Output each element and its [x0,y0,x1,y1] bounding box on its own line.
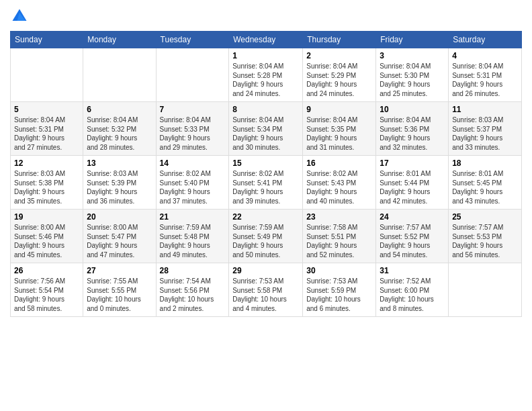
calendar-cell [156,48,229,102]
day-number: 18 [452,158,518,168]
calendar-table: SundayMondayTuesdayWednesdayThursdayFrid… [10,31,522,317]
day-number: 29 [232,266,299,275]
calendar-cell: 6Sunrise: 8:04 AM Sunset: 5:32 PM Daylig… [83,102,156,156]
day-number: 23 [306,212,372,222]
calendar-cell: 31Sunrise: 7:52 AM Sunset: 6:00 PM Dayli… [376,263,449,317]
calendar-cell: 17Sunrise: 8:01 AM Sunset: 5:44 PM Dayli… [376,156,449,210]
calendar-header: SundayMondayTuesdayWednesdayThursdayFrid… [11,32,522,48]
cell-content: Sunrise: 8:01 AM Sunset: 5:44 PM Dayligh… [380,169,445,205]
day-number: 6 [87,105,152,114]
day-number: 16 [306,158,372,168]
day-number: 3 [380,51,445,60]
cell-content: Sunrise: 8:00 AM Sunset: 5:46 PM Dayligh… [14,223,79,259]
day-number: 4 [452,51,518,60]
calendar-cell: 5Sunrise: 8:04 AM Sunset: 5:31 PM Daylig… [11,102,83,156]
calendar-cell: 9Sunrise: 8:04 AM Sunset: 5:35 PM Daylig… [303,102,376,156]
calendar-cell [11,48,83,102]
week-row-4: 19Sunrise: 8:00 AM Sunset: 5:46 PM Dayli… [11,210,522,263]
day-number: 19 [14,212,79,222]
day-number: 13 [87,158,152,168]
calendar-cell: 23Sunrise: 7:58 AM Sunset: 5:51 PM Dayli… [303,210,376,263]
day-number: 17 [380,158,445,168]
calendar-cell: 20Sunrise: 8:00 AM Sunset: 5:47 PM Dayli… [83,210,156,263]
day-number: 1 [232,51,299,60]
calendar-cell: 3Sunrise: 8:04 AM Sunset: 5:30 PM Daylig… [376,48,449,102]
day-number: 2 [306,51,372,60]
day-number: 14 [160,158,226,168]
cell-content: Sunrise: 8:04 AM Sunset: 5:35 PM Dayligh… [306,116,372,152]
day-number: 7 [160,105,226,114]
day-number: 22 [232,212,299,222]
day-number: 12 [14,158,79,168]
header [10,7,522,26]
cell-content: Sunrise: 8:04 AM Sunset: 5:29 PM Dayligh… [306,62,372,98]
day-number: 30 [306,266,372,275]
calendar-cell: 30Sunrise: 7:53 AM Sunset: 5:59 PM Dayli… [303,263,376,317]
day-number: 28 [160,266,226,275]
calendar-cell [449,263,522,317]
cell-content: Sunrise: 8:02 AM Sunset: 5:40 PM Dayligh… [160,169,226,205]
cell-content: Sunrise: 7:56 AM Sunset: 5:54 PM Dayligh… [14,277,79,313]
cell-content: Sunrise: 8:04 AM Sunset: 5:34 PM Dayligh… [232,116,299,152]
cell-content: Sunrise: 7:53 AM Sunset: 5:58 PM Dayligh… [232,277,299,313]
calendar-cell: 4Sunrise: 8:04 AM Sunset: 5:31 PM Daylig… [449,48,522,102]
week-row-5: 26Sunrise: 7:56 AM Sunset: 5:54 PM Dayli… [11,263,522,317]
day-number: 9 [306,105,372,114]
calendar-cell: 11Sunrise: 8:03 AM Sunset: 5:37 PM Dayli… [449,102,522,156]
cell-content: Sunrise: 7:58 AM Sunset: 5:51 PM Dayligh… [306,223,372,259]
day-number: 8 [232,105,299,114]
calendar-body: 1Sunrise: 8:04 AM Sunset: 5:28 PM Daylig… [11,48,522,317]
calendar-cell: 25Sunrise: 7:57 AM Sunset: 5:53 PM Dayli… [449,210,522,263]
calendar-cell: 19Sunrise: 8:00 AM Sunset: 5:46 PM Dayli… [11,210,83,263]
day-number: 20 [87,212,152,222]
cell-content: Sunrise: 8:03 AM Sunset: 5:39 PM Dayligh… [87,169,152,205]
cell-content: Sunrise: 8:02 AM Sunset: 5:41 PM Dayligh… [232,169,299,205]
calendar-cell: 12Sunrise: 8:03 AM Sunset: 5:38 PM Dayli… [11,156,83,210]
day-number: 27 [87,266,152,275]
cell-content: Sunrise: 7:53 AM Sunset: 5:59 PM Dayligh… [306,277,372,313]
weekday-saturday: Saturday [449,32,522,48]
calendar-cell [83,48,156,102]
weekday-friday: Friday [376,32,449,48]
calendar-cell: 15Sunrise: 8:02 AM Sunset: 5:41 PM Dayli… [229,156,303,210]
cell-content: Sunrise: 7:59 AM Sunset: 5:48 PM Dayligh… [160,223,226,259]
cell-content: Sunrise: 7:59 AM Sunset: 5:49 PM Dayligh… [232,223,299,259]
day-number: 24 [380,212,445,222]
calendar-cell: 18Sunrise: 8:01 AM Sunset: 5:45 PM Dayli… [449,156,522,210]
calendar-cell: 14Sunrise: 8:02 AM Sunset: 5:40 PM Dayli… [156,156,229,210]
calendar-cell: 22Sunrise: 7:59 AM Sunset: 5:49 PM Dayli… [229,210,303,263]
day-number: 15 [232,158,299,168]
cell-content: Sunrise: 8:04 AM Sunset: 5:36 PM Dayligh… [380,116,445,152]
calendar-cell: 28Sunrise: 7:54 AM Sunset: 5:56 PM Dayli… [156,263,229,317]
calendar-cell: 16Sunrise: 8:02 AM Sunset: 5:43 PM Dayli… [303,156,376,210]
cell-content: Sunrise: 8:00 AM Sunset: 5:47 PM Dayligh… [87,223,152,259]
cell-content: Sunrise: 8:04 AM Sunset: 5:30 PM Dayligh… [380,62,445,98]
calendar-cell: 13Sunrise: 8:03 AM Sunset: 5:39 PM Dayli… [83,156,156,210]
week-row-2: 5Sunrise: 8:04 AM Sunset: 5:31 PM Daylig… [11,102,522,156]
cell-content: Sunrise: 7:57 AM Sunset: 5:53 PM Dayligh… [452,223,518,259]
weekday-thursday: Thursday [303,32,376,48]
calendar-cell: 7Sunrise: 8:04 AM Sunset: 5:33 PM Daylig… [156,102,229,156]
page: SundayMondayTuesdayWednesdayThursdayFrid… [0,0,532,411]
week-row-3: 12Sunrise: 8:03 AM Sunset: 5:38 PM Dayli… [11,156,522,210]
cell-content: Sunrise: 8:04 AM Sunset: 5:28 PM Dayligh… [232,62,299,98]
day-number: 11 [452,105,518,114]
calendar-cell: 27Sunrise: 7:55 AM Sunset: 5:55 PM Dayli… [83,263,156,317]
cell-content: Sunrise: 8:04 AM Sunset: 5:33 PM Dayligh… [160,116,226,152]
cell-content: Sunrise: 8:04 AM Sunset: 5:32 PM Dayligh… [87,116,152,152]
cell-content: Sunrise: 8:03 AM Sunset: 5:38 PM Dayligh… [14,169,79,205]
calendar-cell: 21Sunrise: 7:59 AM Sunset: 5:48 PM Dayli… [156,210,229,263]
calendar-cell: 10Sunrise: 8:04 AM Sunset: 5:36 PM Dayli… [376,102,449,156]
weekday-sunday: Sunday [11,32,83,48]
cell-content: Sunrise: 8:04 AM Sunset: 5:31 PM Dayligh… [452,62,518,98]
cell-content: Sunrise: 8:01 AM Sunset: 5:45 PM Dayligh… [452,169,518,205]
day-number: 10 [380,105,445,114]
cell-content: Sunrise: 8:03 AM Sunset: 5:37 PM Dayligh… [452,116,518,152]
weekday-header-row: SundayMondayTuesdayWednesdayThursdayFrid… [11,32,522,48]
logo [10,7,32,26]
cell-content: Sunrise: 8:04 AM Sunset: 5:31 PM Dayligh… [14,116,79,152]
cell-content: Sunrise: 7:55 AM Sunset: 5:55 PM Dayligh… [87,277,152,313]
cell-content: Sunrise: 7:57 AM Sunset: 5:52 PM Dayligh… [380,223,445,259]
day-number: 5 [14,105,79,114]
calendar-cell: 2Sunrise: 8:04 AM Sunset: 5:29 PM Daylig… [303,48,376,102]
